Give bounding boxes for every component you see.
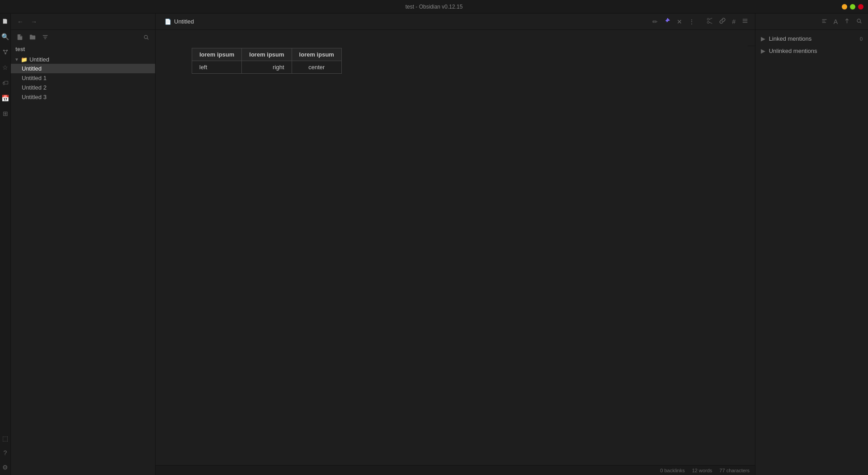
svg-point-19 bbox=[857, 19, 860, 22]
collapse-icon-2: ▶ bbox=[761, 48, 765, 54]
table-header-1: lorem ipsum bbox=[192, 48, 242, 61]
sort-button[interactable] bbox=[40, 33, 51, 42]
files-icon[interactable] bbox=[1, 17, 9, 25]
search-right-icon[interactable] bbox=[854, 17, 864, 27]
preview-table: lorem ipsum lorem ipsum lorem ipsum left… bbox=[192, 48, 342, 74]
svg-point-6 bbox=[144, 35, 147, 38]
file-name-1: Untitled 1 bbox=[22, 75, 47, 81]
help-icon[interactable]: ? bbox=[1, 449, 9, 457]
folder-item-untitled[interactable]: ▼ 📁 Untitled bbox=[11, 55, 155, 64]
table-cell-left: left bbox=[192, 61, 242, 74]
list-icon[interactable] bbox=[740, 16, 750, 27]
collapse-icon: ▶ bbox=[761, 35, 765, 42]
words-status: 12 words bbox=[692, 468, 712, 473]
sidebar: ← → test ▼ 📁 Untitled bbox=[11, 14, 156, 475]
templates-icon[interactable]: ⊞ bbox=[1, 109, 9, 118]
link-icon[interactable] bbox=[717, 16, 728, 27]
status-bar: 0 backlinks 12 words 77 characters bbox=[156, 465, 755, 475]
file-item-untitled-active[interactable]: Untitled bbox=[11, 64, 155, 73]
characters-status: 77 characters bbox=[719, 468, 750, 473]
file-icon: 📄 bbox=[165, 19, 171, 25]
backlinks-status: 0 backlinks bbox=[660, 468, 684, 473]
edit-button[interactable]: ✏ bbox=[650, 17, 660, 27]
right-toolbar: A bbox=[755, 14, 868, 30]
table-row: left right center bbox=[192, 61, 342, 74]
maximize-button[interactable] bbox=[850, 4, 855, 10]
new-file-button[interactable] bbox=[14, 33, 25, 42]
file-item-untitled1[interactable]: Untitled 1 bbox=[11, 73, 155, 83]
editor-toolbar: 📄 Untitled ✏ ✕ ⋮ # bbox=[156, 14, 755, 30]
starred-icon[interactable]: ☆ bbox=[1, 63, 9, 71]
file-item-untitled3[interactable]: Untitled 3 bbox=[11, 92, 155, 102]
close-tab-button[interactable]: ✕ bbox=[675, 17, 684, 27]
svg-line-4 bbox=[4, 51, 5, 54]
titlebar: test - Obsidian v0.12.15 bbox=[0, 0, 868, 14]
svg-line-20 bbox=[860, 22, 862, 23]
svg-line-10 bbox=[709, 18, 712, 20]
table-header-2: lorem ipsum bbox=[242, 48, 292, 61]
file-name-3: Untitled 3 bbox=[22, 94, 47, 100]
app-body: 🔍 ☆ 🏷 📅 ⊞ ⬚ ? ⚙ ← → bbox=[0, 14, 868, 475]
table-cell-right: right bbox=[242, 61, 292, 74]
svg-line-5 bbox=[5, 51, 7, 54]
view-toolbar bbox=[748, 30, 755, 46]
nav-controls: ← → bbox=[15, 17, 39, 26]
new-folder-button[interactable] bbox=[27, 33, 38, 42]
sidebar-search-button[interactable] bbox=[141, 33, 151, 42]
search-sidebar-icon[interactable]: 🔍 bbox=[1, 33, 9, 41]
sort-asc-icon[interactable] bbox=[842, 17, 852, 27]
file-name-2: Untitled 2 bbox=[22, 84, 47, 91]
svg-point-8 bbox=[708, 21, 709, 23]
close-window-button[interactable] bbox=[858, 4, 863, 10]
vault-title: test bbox=[11, 44, 155, 54]
chevron-down-icon: ▼ bbox=[14, 57, 19, 62]
pin-button[interactable] bbox=[662, 16, 673, 27]
svg-line-11 bbox=[709, 22, 712, 24]
align-left-icon[interactable] bbox=[819, 17, 830, 27]
tab-title: Untitled bbox=[174, 18, 194, 25]
sidebar-header: ← → bbox=[11, 14, 155, 30]
editor-tab: 📄 Untitled bbox=[160, 16, 198, 27]
svg-point-9 bbox=[708, 18, 709, 20]
activity-bar-bottom: ⬚ ? ⚙ bbox=[1, 434, 9, 471]
linked-mentions-label: ▶ Linked mentions bbox=[761, 35, 811, 42]
table-cell-center: center bbox=[292, 61, 341, 74]
scissors-icon[interactable] bbox=[704, 16, 715, 27]
hash-icon[interactable]: # bbox=[730, 17, 738, 27]
window-title: test - Obsidian v0.12.15 bbox=[406, 4, 463, 10]
minimize-button[interactable] bbox=[842, 4, 847, 10]
tags-icon[interactable]: 🏷 bbox=[1, 79, 9, 87]
file-name-active: Untitled bbox=[22, 65, 42, 72]
unlinked-mentions-header[interactable]: ▶ Unlinked mentions bbox=[755, 46, 868, 56]
activity-bar: 🔍 ☆ 🏷 📅 ⊞ ⬚ ? ⚙ bbox=[0, 14, 11, 475]
right-panel: A ▶ Linked mentions 0 bbox=[755, 14, 868, 475]
file-item-untitled2[interactable]: Untitled 2 bbox=[11, 83, 155, 92]
toolbar-right: ✏ ✕ ⋮ # bbox=[650, 16, 750, 27]
editor-area: 📄 Untitled ✏ ✕ ⋮ # bbox=[156, 14, 755, 475]
more-options-button[interactable]: ⋮ bbox=[686, 17, 697, 27]
sidebar-toolbar bbox=[11, 30, 155, 44]
editor-content[interactable]: lorem ipsum lorem ipsum lorem ipsum left… bbox=[156, 30, 755, 465]
linked-mentions-count: 0 bbox=[860, 36, 863, 42]
daily-notes-icon[interactable]: 📅 bbox=[1, 94, 9, 102]
unlinked-mentions-section: ▶ Unlinked mentions bbox=[755, 46, 868, 56]
folder-name: Untitled bbox=[29, 56, 49, 63]
window-controls bbox=[842, 4, 863, 10]
forward-button[interactable]: → bbox=[29, 17, 39, 26]
text-size-icon[interactable]: A bbox=[831, 17, 840, 27]
linked-mentions-section: ▶ Linked mentions 0 bbox=[755, 33, 868, 44]
folder-icon: 📁 bbox=[21, 57, 28, 63]
unlinked-mentions-label: ▶ Unlinked mentions bbox=[761, 48, 817, 54]
right-panel-content: ▶ Linked mentions 0 ▶ Unlinked mentions bbox=[755, 30, 868, 475]
settings-icon[interactable]: ⚙ bbox=[1, 463, 9, 471]
table-header-3: lorem ipsum bbox=[292, 48, 341, 61]
snippets-icon[interactable]: ⬚ bbox=[1, 434, 9, 442]
back-button[interactable]: ← bbox=[15, 17, 25, 26]
graph-icon[interactable] bbox=[1, 48, 9, 56]
file-tree: ▼ 📁 Untitled Untitled Untitled 1 Untitle… bbox=[11, 54, 155, 475]
svg-line-7 bbox=[147, 38, 149, 39]
linked-mentions-header[interactable]: ▶ Linked mentions 0 bbox=[755, 33, 868, 44]
